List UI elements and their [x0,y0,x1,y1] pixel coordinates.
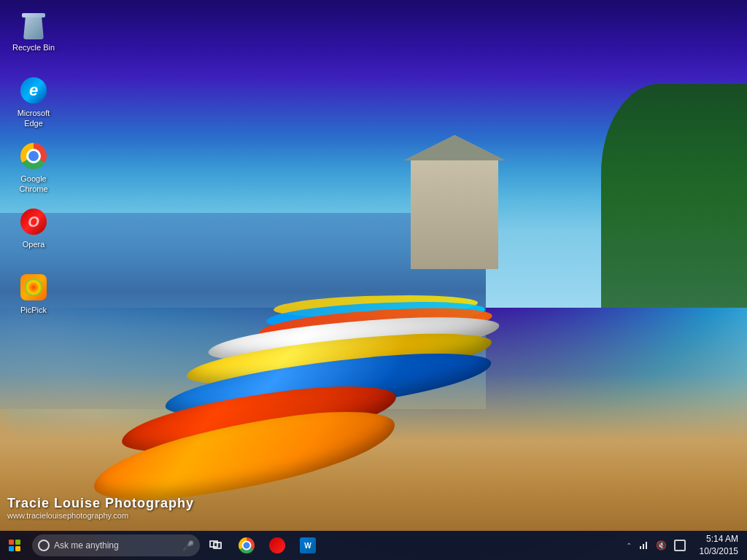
recycle-bin-icon [19,10,48,39]
start-button[interactable] [0,531,29,560]
desktop-icon-microsoft-edge[interactable]: e Microsoft Edge [6,73,61,132]
opera-icon: O [19,207,48,236]
taskbar: Ask me anything 🎤 W [0,531,747,560]
notification-icon[interactable] [672,538,688,553]
chrome-icon [19,141,48,171]
chrome-logo [20,143,47,169]
svg-rect-1 [643,544,644,549]
svg-rect-0 [640,546,641,549]
opera-logo: O [20,209,47,235]
volume-icon[interactable]: 🔇 [654,539,669,552]
kayaks-layer [150,252,747,532]
taskbar-chrome-icon [239,537,255,553]
opera-label: Opera [23,239,45,249]
desktop-icon-opera[interactable]: O Opera [6,204,61,252]
picpick-icon [19,273,48,302]
taskbar-extra-icon: W [300,537,316,553]
desktop-icon-recycle-bin[interactable]: Recycle Bin [6,7,61,55]
watermark: Tracie Louise Photography www.tracieloui… [7,496,194,520]
windows-logo-icon [9,540,20,551]
taskbar-app-opera[interactable] [263,531,292,560]
clock-time: 5:14 AM [706,533,738,545]
network-icon[interactable] [636,539,651,552]
tray-expand-button[interactable]: ⌃ [624,540,633,551]
edge-logo: e [20,77,47,104]
picpick-label: PicPick [20,305,47,315]
picpick-logo [20,274,47,300]
edge-icon: e [19,76,48,105]
system-tray: ⌃ 🔇 5:14 AM 10/3/2015 [624,532,747,559]
watermark-url: www.tracielouisephotography.com [7,511,194,520]
taskbar-app-chrome[interactable] [232,531,261,560]
taskbar-pinned-apps: W [232,531,322,560]
chrome-label: Google Chrome [19,174,47,195]
watermark-title: Tracie Louise Photography [7,496,194,511]
recycle-bin-label: Recycle Bin [12,42,55,52]
edge-label: Microsoft Edge [18,108,50,129]
cortana-icon [38,540,50,551]
task-view-button[interactable] [203,531,229,560]
search-placeholder-text: Ask me anything [54,540,119,551]
microphone-icon[interactable]: 🎤 [182,540,194,551]
desktop: Tracie Louise Photography www.tracieloui… [0,0,747,560]
desktop-icon-google-chrome[interactable]: Google Chrome [6,139,61,198]
taskbar-app-extra[interactable]: W [293,531,322,560]
task-view-icon [209,540,222,551]
taskbar-opera-icon [269,537,285,553]
clock-date: 10/3/2015 [700,545,738,558]
clock[interactable]: 5:14 AM 10/3/2015 [694,532,744,559]
svg-rect-2 [646,542,647,549]
desktop-icon-picpick[interactable]: PicPick [6,270,61,318]
search-bar[interactable]: Ask me anything 🎤 [32,534,200,556]
